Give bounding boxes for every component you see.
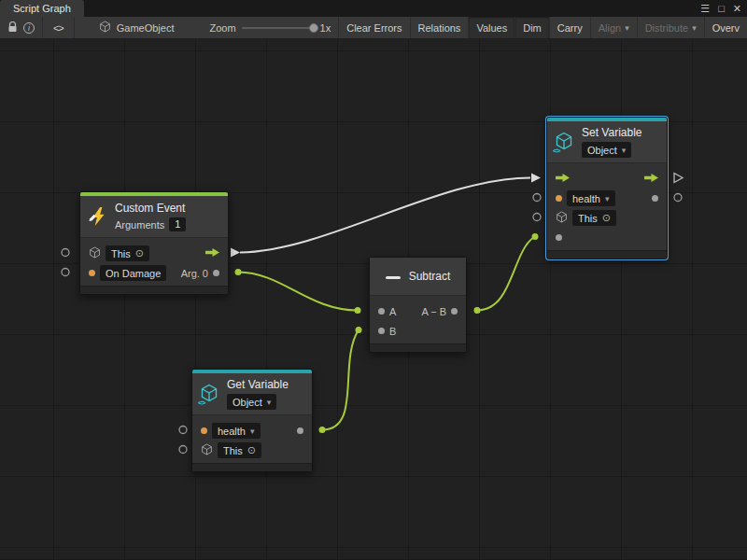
wire-arg0-to-subtract-a[interactable]	[238, 273, 358, 311]
node-subtract[interactable]: Subtract A A − B B	[369, 257, 467, 353]
wire-subtract-to-setvariable-value[interactable]	[477, 237, 535, 311]
variable-name-dropdown[interactable]: health ▾	[567, 190, 615, 206]
event-name-field[interactable]: On Damage	[100, 265, 166, 281]
value-input-port-icon[interactable]	[556, 234, 562, 241]
zoom-slider-handle[interactable]	[309, 23, 318, 33]
relations-button[interactable]: Relations	[411, 17, 470, 38]
flow-arrow-icon[interactable]	[644, 173, 658, 185]
node-footer	[192, 463, 312, 471]
arguments-label: Arguments	[115, 219, 164, 231]
dim-toggle[interactable]: Dim	[515, 17, 550, 38]
subtract-row-b: B	[370, 321, 466, 341]
output-port-icon[interactable]	[451, 308, 458, 315]
value-port-subtract-b[interactable]	[356, 327, 362, 333]
toolbar-left-icons: i	[0, 17, 43, 38]
tab-bar: Script Graph ☰ □ ✕	[0, 0, 747, 17]
maximize-icon[interactable]: □	[718, 3, 725, 14]
string-port-icon[interactable]	[89, 270, 95, 276]
unconnected-port-customevent-name[interactable]	[62, 269, 69, 276]
chevron-down-icon: ▾	[625, 23, 629, 33]
window-controls: ☰ □ ✕	[700, 0, 741, 17]
zoom-control: Zoom 1x	[181, 17, 338, 38]
value-port-subtract-a[interactable]	[355, 307, 361, 314]
target-field[interactable]: This ⊙	[218, 442, 261, 458]
node-set-variable[interactable]: <> Set Variable Object ▾	[546, 117, 668, 259]
carry-toggle[interactable]: Carry	[550, 17, 591, 38]
code-icon[interactable]: <>	[53, 22, 63, 34]
graph-canvas[interactable]: Custom Event Arguments 1 This ⊙	[0, 39, 747, 559]
get-variable-name-row: health ▾	[192, 421, 312, 441]
tab-script-graph[interactable]: Script Graph	[0, 0, 84, 17]
wire-flow-customevent-to-setvariable[interactable]	[240, 178, 530, 253]
variable-scope-dropdown[interactable]: Object ▾	[582, 142, 631, 158]
input-a-port-icon[interactable]	[378, 308, 385, 315]
edit-script-segment: <>	[43, 17, 75, 38]
value-port-subtract-out[interactable]	[474, 307, 481, 314]
arguments-count-field[interactable]: 1	[169, 217, 186, 231]
tab-title: Script Graph	[13, 3, 71, 14]
unconnected-port-setvariable-name[interactable]	[533, 194, 541, 202]
info-icon[interactable]: i	[23, 22, 35, 34]
unconnected-port-setvariable-out[interactable]	[674, 194, 682, 202]
target-field[interactable]: This ⊙	[106, 245, 149, 261]
node-get-variable[interactable]: <> Get Variable Object ▾ health ▾	[191, 369, 313, 472]
wire-getvariable-to-subtract-b[interactable]	[322, 330, 359, 430]
unconnected-port-setvariable-target[interactable]	[533, 214, 541, 221]
node-title: Subtract	[409, 270, 451, 283]
target-icon: ⊙	[247, 444, 256, 456]
node-custom-event[interactable]: Custom Event Arguments 1 This ⊙	[79, 191, 229, 295]
values-toggle[interactable]: Values	[469, 17, 515, 38]
flow-arrow-icon[interactable]	[556, 173, 570, 185]
input-b-port-icon[interactable]	[378, 328, 385, 334]
target-icon: ⊙	[602, 212, 611, 224]
zoom-slider[interactable]	[242, 27, 315, 29]
gameobject-label: GameObject	[117, 22, 175, 34]
variable-scope-dropdown[interactable]: Object ▾	[227, 394, 276, 410]
input-a-label: A	[389, 306, 396, 317]
flow-input-port-setvariable[interactable]	[531, 174, 541, 183]
unconnected-port-getvariable-name[interactable]	[179, 427, 187, 434]
custom-event-target-row: This ⊙	[80, 244, 228, 263]
unity-script-graph-window: Script Graph ☰ □ ✕ i <> GameObject Zoom	[0, 0, 747, 560]
node-title: Get Variable	[227, 378, 289, 391]
set-variable-value-row	[547, 228, 667, 247]
set-variable-name-row: health ▾	[547, 189, 667, 208]
zoom-value: 1x	[320, 22, 331, 34]
string-port-icon[interactable]	[201, 427, 207, 434]
unconnected-flow-output-setvariable[interactable]	[674, 174, 683, 183]
chevron-down-icon: ▾	[622, 146, 627, 155]
node-title: Custom Event	[115, 202, 186, 215]
variable-name-dropdown[interactable]: health ▾	[212, 423, 261, 439]
chevron-down-icon: ▾	[692, 23, 697, 33]
chevron-down-icon: ▾	[605, 194, 610, 203]
value-port-arg0[interactable]	[235, 269, 242, 275]
lock-icon[interactable]	[7, 21, 18, 35]
cube-icon	[99, 21, 111, 35]
unconnected-port-customevent-target[interactable]	[62, 249, 69, 257]
value-port-getvariable-out[interactable]	[319, 427, 326, 433]
overview-button[interactable]: Overv	[705, 17, 747, 38]
clear-errors-button[interactable]: Clear Errors	[338, 17, 410, 38]
variable-cube-icon: <>	[200, 384, 220, 404]
cube-icon	[89, 246, 101, 260]
flow-output-port-customevent[interactable]	[231, 248, 240, 258]
node-footer	[80, 286, 228, 294]
unconnected-port-getvariable-target[interactable]	[179, 446, 187, 454]
target-field[interactable]: This ⊙	[572, 210, 616, 226]
value-output-port-icon[interactable]	[297, 427, 303, 434]
flow-arrow-icon[interactable]	[205, 247, 219, 259]
subtract-row-a: A A − B	[370, 301, 466, 321]
value-port-setvariable-value[interactable]	[532, 233, 539, 240]
node-footer	[547, 250, 667, 259]
string-port-icon[interactable]	[556, 195, 562, 202]
value-output-port-icon[interactable]	[652, 195, 658, 202]
gameobject-field[interactable]: GameObject	[75, 17, 182, 38]
arg0-port-icon[interactable]	[213, 270, 219, 276]
target-icon: ⊙	[135, 247, 144, 259]
close-icon[interactable]: ✕	[733, 3, 741, 15]
distribute-dropdown: Distribute ▾	[638, 17, 705, 38]
custom-event-name-row: On Damage Arg. 0	[80, 263, 228, 283]
panel-menu-icon[interactable]: ☰	[700, 3, 710, 15]
graph-toolbar: i <> GameObject Zoom 1x Clear Errors Rel…	[0, 17, 747, 39]
cube-icon	[201, 443, 213, 457]
